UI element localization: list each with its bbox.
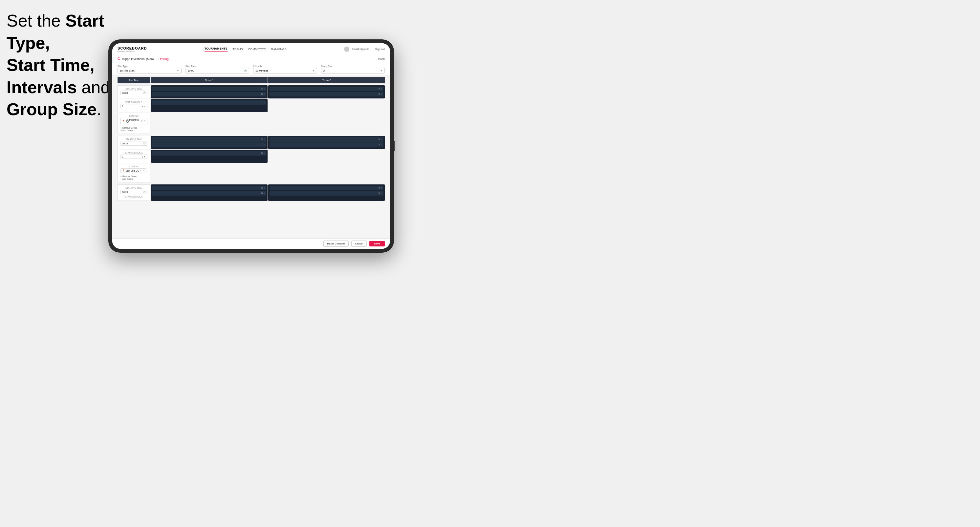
player-row-9: ✕ ○ [270, 143, 383, 147]
player-remove-7[interactable]: ✕ ○ [261, 143, 265, 146]
player-remove-3[interactable]: ✕ ○ [378, 87, 382, 90]
group-1-team1-extra: ✕ ○ [151, 99, 267, 112]
starting-hole-label-1: STARTING HOLE: [121, 101, 147, 103]
player-remove-10[interactable]: ✕ ○ [261, 152, 265, 154]
player-row-4: ✕ ○ [270, 92, 383, 97]
instruction-line1: Set the [6, 11, 65, 30]
player-remove-6[interactable]: ✕ ○ [261, 138, 265, 141]
player-remove-14[interactable]: ✕ ○ [378, 192, 382, 195]
course-remove-1[interactable]: ✕ [141, 120, 143, 122]
group-1-hole-row: STARTING HOLE: 1 ▲▼ ✕ ○ [118, 99, 385, 112]
remove-group-icon-1: ○ [121, 127, 122, 129]
course-icon-1: 📍 [122, 120, 125, 122]
nav-separator: | [372, 48, 372, 51]
add-group-2[interactable]: + Add Group [121, 178, 147, 180]
main-content[interactable]: STARTING TIME: 10:00 🕐 ✕ ○ ✕ ○ [112, 85, 390, 238]
player-remove-12[interactable]: ✕ ○ [261, 192, 265, 195]
nav-right: blair@clippd.io | Sign out [344, 47, 385, 52]
group-size-group: Group Size 3 ▼ [321, 65, 385, 73]
group-2-course-team2-empty [268, 163, 385, 183]
nav-tournaments[interactable]: TOURNAMENTS [205, 47, 228, 51]
group-3: STARTING TIME: 10:20 🕐 STARTING HOLE: ✕ … [118, 184, 385, 201]
starting-time-input-1[interactable]: 10:00 🕐 [121, 90, 147, 95]
reset-button[interactable]: Reset Changes [323, 241, 348, 247]
starting-hole-input-1[interactable]: 1 ▲▼ [121, 104, 147, 108]
start-type-select[interactable]: 1st Tee Start ▼ [118, 68, 181, 73]
group-1-left-top: STARTING TIME: 10:00 🕐 [118, 85, 150, 98]
starting-time-input-3[interactable]: 10:20 🕐 [121, 190, 147, 194]
add-group-1[interactable]: + Add Group [121, 129, 147, 132]
course-edit-1[interactable]: ✎ [144, 120, 146, 122]
course-remove-2[interactable]: ✕ [140, 169, 142, 172]
group-2-left-top: STARTING TIME: 10:10 🕐 [118, 136, 150, 149]
nav-teams[interactable]: TEAMS [233, 48, 243, 51]
starting-time-val-2: 10:10 [122, 143, 128, 145]
breadcrumb-logo: C [118, 57, 120, 61]
player-row-8: ✕ ○ [270, 137, 383, 142]
course-tag-1: 📍 (A) Peachtree GC ✕ ✎ [121, 118, 147, 124]
player-remove-4[interactable]: ✕ ○ [378, 93, 382, 95]
breadcrumb-tournament[interactable]: Clippd Invitational (Men) [122, 57, 154, 61]
start-time-group: Start Time 10:00 🕐 [186, 65, 250, 73]
starting-time-label-1: STARTING TIME: [121, 87, 147, 90]
group-1-left-mid: STARTING HOLE: 1 ▲▼ [118, 99, 150, 112]
player-row-6: ✕ ○ [152, 137, 266, 142]
start-time-select[interactable]: 10:00 🕐 [186, 68, 250, 73]
group-size-select[interactable]: 3 ▼ [321, 68, 385, 73]
controls-bar: Start Type 1st Tee Start ▼ Start Time 10… [112, 63, 390, 76]
group-2-left-bottom: COURSE: 📍 East Lake GC ✕ ✎ [118, 163, 150, 183]
add-group-label-2: Add Group [123, 178, 133, 180]
intervals-select[interactable]: 10 Minutes ▼ [253, 68, 317, 73]
group-1: STARTING TIME: 10:00 🕐 ✕ ○ ✕ ○ [118, 85, 385, 134]
add-group-icon-1: + [121, 129, 122, 132]
cancel-button[interactable]: Cancel [351, 241, 367, 247]
breadcrumb-sep: › [156, 57, 157, 60]
group-2-left-mid: STARTING HOLE: 1 ▲▼ [118, 150, 150, 163]
group-1-course-row: COURSE: 📍 (A) Peachtree GC ✕ ✎ [118, 113, 385, 134]
player-remove-11[interactable]: ✕ ○ [261, 187, 265, 189]
player-remove-13[interactable]: ✕ ○ [378, 187, 382, 189]
intervals-value: 10 Minutes [255, 69, 268, 72]
time-icon-1: 🕐 [143, 92, 146, 94]
start-type-label: Start Type [118, 65, 181, 67]
save-button[interactable]: Save [369, 241, 385, 246]
starting-time-input-2[interactable]: 10:10 🕐 [121, 141, 147, 146]
sub-header: C Clippd Invitational (Men) › Hosting ‹ … [112, 55, 390, 63]
group-2-team1-extra: ✕ ○ [151, 150, 267, 163]
group-1-course-team1-empty [151, 113, 267, 134]
player-row-11: ✕ ○ [152, 186, 266, 190]
course-tag-2-wrapper: 📍 East Lake GC ✕ ✎ [121, 168, 147, 174]
player-remove-9[interactable]: ✕ ○ [378, 143, 382, 146]
start-time-chevron: 🕐 [244, 70, 247, 72]
th-tee-time: Tee Time [118, 77, 150, 83]
nav-committee[interactable]: COMMITTEE [248, 48, 266, 51]
breadcrumb: C Clippd Invitational (Men) › Hosting [118, 57, 169, 61]
player-remove-1[interactable]: ✕ ○ [261, 87, 265, 90]
sign-out-link[interactable]: Sign out [375, 48, 385, 51]
group-2: STARTING TIME: 10:10 🕐 ✕ ○ ✕ ○ [118, 136, 385, 183]
remove-group-label-1: Remove Group [123, 127, 137, 129]
back-button[interactable]: ‹ Back [376, 57, 385, 61]
player-row-13: ✕ ○ [270, 186, 383, 190]
nav-rankings[interactable]: RANKINGS [271, 48, 286, 51]
intervals-chevron: ▼ [313, 70, 315, 72]
player-row-1: ✕ ○ [152, 87, 266, 91]
course-edit-2[interactable]: ✎ [143, 169, 145, 172]
player-remove-2[interactable]: ✕ ○ [261, 93, 265, 95]
table-header: Tee Time Team 1 Team 2 [118, 77, 385, 83]
intervals-group: Intervals 10 Minutes ▼ [253, 65, 317, 73]
starting-hole-label-3-preview: STARTING HOLE: [121, 195, 147, 198]
breadcrumb-section: Hosting [159, 57, 169, 61]
remove-group-1[interactable]: ○ Remove Group [121, 127, 147, 129]
starting-hole-input-2[interactable]: 1 ▲▼ [121, 154, 147, 159]
time-icon-3: 🕐 [143, 190, 146, 193]
player-row-2: ✕ ○ [152, 92, 266, 97]
group-1-team2-extra-empty [268, 99, 385, 112]
footer-bar: Reset Changes Cancel Save [112, 238, 390, 249]
remove-group-2[interactable]: ○ Remove Group [121, 175, 147, 178]
player-remove-5[interactable]: ✕ ○ [261, 102, 265, 104]
th-team2: Team 2 [268, 77, 385, 83]
schedule-container: STARTING TIME: 10:00 🕐 ✕ ○ ✕ ○ [112, 85, 390, 204]
group-1-team1-top: ✕ ○ ✕ ○ [151, 85, 267, 98]
player-remove-8[interactable]: ✕ ○ [378, 138, 382, 141]
